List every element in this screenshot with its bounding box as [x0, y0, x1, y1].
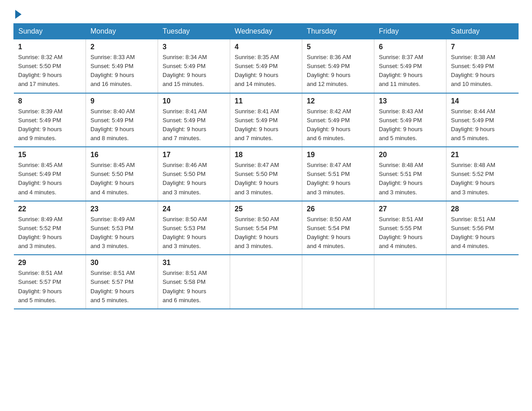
day-info: Sunrise: 8:51 AMSunset: 5:55 PMDaylight:… [379, 215, 442, 251]
day-number: 9 [90, 97, 153, 105]
calendar-cell: 4Sunrise: 8:35 AMSunset: 5:49 PMDaylight… [230, 39, 302, 93]
calendar-cell: 17Sunrise: 8:46 AMSunset: 5:50 PMDayligh… [158, 147, 230, 201]
calendar-cell: 13Sunrise: 8:43 AMSunset: 5:49 PMDayligh… [374, 93, 446, 147]
day-info: Sunrise: 8:48 AMSunset: 5:52 PMDaylight:… [451, 161, 514, 197]
day-number: 26 [307, 205, 369, 213]
calendar-cell [374, 255, 446, 309]
calendar-cell: 1Sunrise: 8:32 AMSunset: 5:50 PMDaylight… [14, 39, 86, 93]
calendar-cell: 20Sunrise: 8:48 AMSunset: 5:51 PMDayligh… [374, 147, 446, 201]
day-header-tuesday: Tuesday [158, 24, 230, 39]
calendar-cell: 3Sunrise: 8:34 AMSunset: 5:49 PMDaylight… [158, 39, 230, 93]
day-number: 24 [163, 205, 225, 213]
calendar-cell: 14Sunrise: 8:44 AMSunset: 5:49 PMDayligh… [446, 93, 519, 147]
week-row-3: 15Sunrise: 8:45 AMSunset: 5:49 PMDayligh… [14, 147, 519, 201]
day-number: 4 [235, 43, 297, 51]
day-number: 17 [163, 151, 225, 159]
day-number: 21 [451, 151, 514, 159]
calendar-cell: 5Sunrise: 8:36 AMSunset: 5:49 PMDaylight… [302, 39, 374, 93]
day-number: 22 [18, 205, 82, 213]
day-header-friday: Friday [374, 24, 446, 39]
day-number: 6 [379, 43, 442, 51]
day-number: 13 [379, 97, 442, 105]
day-header-sunday: Sunday [14, 24, 86, 39]
day-number: 1 [18, 43, 82, 51]
day-info: Sunrise: 8:43 AMSunset: 5:49 PMDaylight:… [379, 107, 442, 143]
day-info: Sunrise: 8:41 AMSunset: 5:49 PMDaylight:… [163, 107, 225, 143]
calendar-cell [230, 255, 302, 309]
day-info: Sunrise: 8:33 AMSunset: 5:49 PMDaylight:… [90, 53, 153, 89]
day-info: Sunrise: 8:35 AMSunset: 5:49 PMDaylight:… [235, 53, 297, 89]
day-info: Sunrise: 8:46 AMSunset: 5:50 PMDaylight:… [163, 161, 225, 197]
week-row-4: 22Sunrise: 8:49 AMSunset: 5:52 PMDayligh… [14, 201, 519, 255]
day-info: Sunrise: 8:49 AMSunset: 5:53 PMDaylight:… [90, 215, 153, 251]
day-info: Sunrise: 8:50 AMSunset: 5:54 PMDaylight:… [235, 215, 297, 251]
day-number: 8 [18, 97, 82, 105]
day-number: 23 [90, 205, 153, 213]
day-number: 27 [379, 205, 442, 213]
calendar-cell: 7Sunrise: 8:38 AMSunset: 5:49 PMDaylight… [446, 39, 519, 93]
day-info: Sunrise: 8:45 AMSunset: 5:50 PMDaylight:… [90, 161, 153, 197]
calendar-cell: 21Sunrise: 8:48 AMSunset: 5:52 PMDayligh… [446, 147, 519, 201]
day-header-monday: Monday [86, 24, 158, 39]
day-header-saturday: Saturday [446, 24, 519, 39]
day-number: 10 [163, 97, 225, 105]
day-info: Sunrise: 8:51 AMSunset: 5:58 PMDaylight:… [163, 269, 225, 305]
day-info: Sunrise: 8:39 AMSunset: 5:49 PMDaylight:… [18, 107, 82, 143]
calendar-cell: 10Sunrise: 8:41 AMSunset: 5:49 PMDayligh… [158, 93, 230, 147]
day-info: Sunrise: 8:36 AMSunset: 5:49 PMDaylight:… [307, 53, 369, 89]
day-info: Sunrise: 8:41 AMSunset: 5:49 PMDaylight:… [235, 107, 297, 143]
day-number: 20 [379, 151, 442, 159]
day-info: Sunrise: 8:34 AMSunset: 5:49 PMDaylight:… [163, 53, 225, 89]
calendar-cell: 15Sunrise: 8:45 AMSunset: 5:49 PMDayligh… [14, 147, 86, 201]
day-number: 29 [18, 259, 82, 267]
day-header-row: SundayMondayTuesdayWednesdayThursdayFrid… [14, 24, 519, 39]
day-info: Sunrise: 8:51 AMSunset: 5:56 PMDaylight:… [451, 215, 514, 251]
calendar-cell [446, 255, 519, 309]
calendar-cell: 23Sunrise: 8:49 AMSunset: 5:53 PMDayligh… [86, 201, 158, 255]
day-info: Sunrise: 8:49 AMSunset: 5:52 PMDaylight:… [18, 215, 82, 251]
day-info: Sunrise: 8:45 AMSunset: 5:49 PMDaylight:… [18, 161, 82, 197]
day-info: Sunrise: 8:51 AMSunset: 5:57 PMDaylight:… [18, 269, 82, 305]
day-info: Sunrise: 8:38 AMSunset: 5:49 PMDaylight:… [451, 53, 514, 89]
calendar-cell: 28Sunrise: 8:51 AMSunset: 5:56 PMDayligh… [446, 201, 519, 255]
calendar-cell: 26Sunrise: 8:50 AMSunset: 5:54 PMDayligh… [302, 201, 374, 255]
logo-arrow-icon [15, 10, 21, 19]
calendar-cell: 8Sunrise: 8:39 AMSunset: 5:49 PMDaylight… [14, 93, 86, 147]
day-info: Sunrise: 8:42 AMSunset: 5:49 PMDaylight:… [307, 107, 369, 143]
day-info: Sunrise: 8:47 AMSunset: 5:51 PMDaylight:… [307, 161, 369, 197]
day-number: 16 [90, 151, 153, 159]
week-row-1: 1Sunrise: 8:32 AMSunset: 5:50 PMDaylight… [14, 39, 519, 93]
day-header-thursday: Thursday [302, 24, 374, 39]
day-number: 12 [307, 97, 369, 105]
calendar-cell: 24Sunrise: 8:50 AMSunset: 5:53 PMDayligh… [158, 201, 230, 255]
calendar-cell: 30Sunrise: 8:51 AMSunset: 5:57 PMDayligh… [86, 255, 158, 309]
day-number: 7 [451, 43, 514, 51]
day-number: 25 [235, 205, 297, 213]
day-number: 11 [235, 97, 297, 105]
calendar-cell: 29Sunrise: 8:51 AMSunset: 5:57 PMDayligh… [14, 255, 86, 309]
calendar-cell: 31Sunrise: 8:51 AMSunset: 5:58 PMDayligh… [158, 255, 230, 309]
calendar-table: SundayMondayTuesdayWednesdayThursdayFrid… [13, 23, 519, 309]
calendar-cell: 6Sunrise: 8:37 AMSunset: 5:49 PMDaylight… [374, 39, 446, 93]
day-info: Sunrise: 8:40 AMSunset: 5:49 PMDaylight:… [90, 107, 153, 143]
calendar-cell: 16Sunrise: 8:45 AMSunset: 5:50 PMDayligh… [86, 147, 158, 201]
day-number: 30 [90, 259, 153, 267]
day-info: Sunrise: 8:48 AMSunset: 5:51 PMDaylight:… [379, 161, 442, 197]
calendar-cell: 11Sunrise: 8:41 AMSunset: 5:49 PMDayligh… [230, 93, 302, 147]
week-row-2: 8Sunrise: 8:39 AMSunset: 5:49 PMDaylight… [14, 93, 519, 147]
day-info: Sunrise: 8:51 AMSunset: 5:57 PMDaylight:… [90, 269, 153, 305]
day-number: 28 [451, 205, 514, 213]
calendar-cell: 18Sunrise: 8:47 AMSunset: 5:50 PMDayligh… [230, 147, 302, 201]
day-number: 3 [163, 43, 225, 51]
logo [13, 9, 21, 19]
day-header-wednesday: Wednesday [230, 24, 302, 39]
calendar-cell: 19Sunrise: 8:47 AMSunset: 5:51 PMDayligh… [302, 147, 374, 201]
calendar-cell: 9Sunrise: 8:40 AMSunset: 5:49 PMDaylight… [86, 93, 158, 147]
day-number: 15 [18, 151, 82, 159]
day-number: 5 [307, 43, 369, 51]
calendar-cell: 12Sunrise: 8:42 AMSunset: 5:49 PMDayligh… [302, 93, 374, 147]
day-info: Sunrise: 8:44 AMSunset: 5:49 PMDaylight:… [451, 107, 514, 143]
calendar-cell [302, 255, 374, 309]
calendar-cell: 22Sunrise: 8:49 AMSunset: 5:52 PMDayligh… [14, 201, 86, 255]
day-number: 14 [451, 97, 514, 105]
